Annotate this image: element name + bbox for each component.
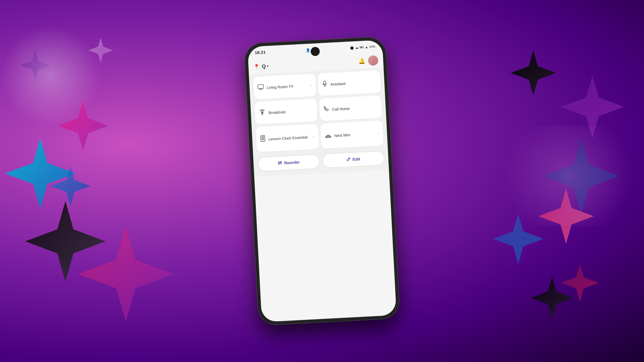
user-avatar[interactable] [368,55,378,66]
svg-point-12 [262,139,263,139]
top-bar-right: 🔔 [358,55,378,66]
tv-icon [258,84,264,92]
edit-label: Edit [352,157,360,162]
nest-mini-label: Nest Mini [334,131,375,138]
cards-grid: Living Room TV › A [249,68,388,155]
call-home-label: Call Home [332,105,378,111]
svg-line-3 [259,89,262,90]
svg-rect-4 [324,81,326,84]
living-room-tv-chevron: › [310,83,312,87]
bell-icon[interactable]: 🔔 [358,58,365,64]
lenovo-clock-label: Lenovo Clock Essential [268,135,310,141]
svg-line-21 [349,158,349,159]
mic-icon [322,80,328,88]
edit-button[interactable]: Edit [322,151,385,168]
broadcast-icon [259,109,266,117]
nest-mini-chevron: › [378,131,379,135]
status-icons: ⬤ ☁ 5G ▲ 54% [350,45,376,50]
bluetooth-icon: ⬤ [350,46,354,50]
assistant-label: Assistant [330,80,376,86]
status-time: 18:21 [255,50,266,55]
card-call-home[interactable]: Call Home [319,95,382,121]
battery-icon: 54% [369,45,376,49]
svg-point-15 [328,136,329,137]
phone-device: 18:21 👤 ⬤ ☁ 5G ▲ 54% 📍 Q [244,37,400,325]
svg-rect-0 [258,84,264,89]
glow-1 [0,25,101,126]
card-lenovo-clock[interactable]: Lenovo Clock Essential › [256,124,319,152]
status-user-icon: 👤 [306,48,310,52]
nest-mini-icon [325,132,332,140]
glow-2 [493,126,644,226]
reorder-icon [277,160,282,166]
lenovo-clock-chevron: › [313,134,315,139]
reorder-label: Reorder [284,160,300,165]
wifi-icon: ☁ [355,46,358,50]
location-icon: 📍 [253,63,260,70]
phone-icon [323,106,329,113]
reorder-button[interactable]: Reorder [257,154,320,172]
chevron-down-icon: ▾ [267,64,269,68]
living-room-tv-label: Living Room TV [267,83,308,89]
network-icon: 5G [359,46,364,49]
broadcast-label: Broadcast [268,108,313,115]
card-living-room-tv[interactable]: Living Room TV › [253,74,316,100]
svg-rect-13 [262,136,264,137]
card-nest-mini[interactable]: Nest Mini › [320,120,384,149]
card-broadcast[interactable]: Broadcast [254,99,317,125]
app-area: 📍 Q ▾ 🔔 [248,53,396,322]
phone-outer-shell: 18:21 👤 ⬤ ☁ 5G ▲ 54% 📍 Q [244,37,400,325]
phone-screen: 18:21 👤 ⬤ ☁ 5G ▲ 54% 📍 Q [248,40,397,322]
svg-line-19 [278,163,282,163]
speaker-box-icon [260,135,266,144]
card-assistant[interactable]: Assistant [318,70,381,96]
search-q-label: Q [262,63,266,69]
edit-icon [346,157,351,162]
signal-icon: ▲ [365,45,368,49]
search-area[interactable]: Q ▾ [262,63,269,69]
top-bar-left: 📍 Q ▾ [253,63,269,70]
